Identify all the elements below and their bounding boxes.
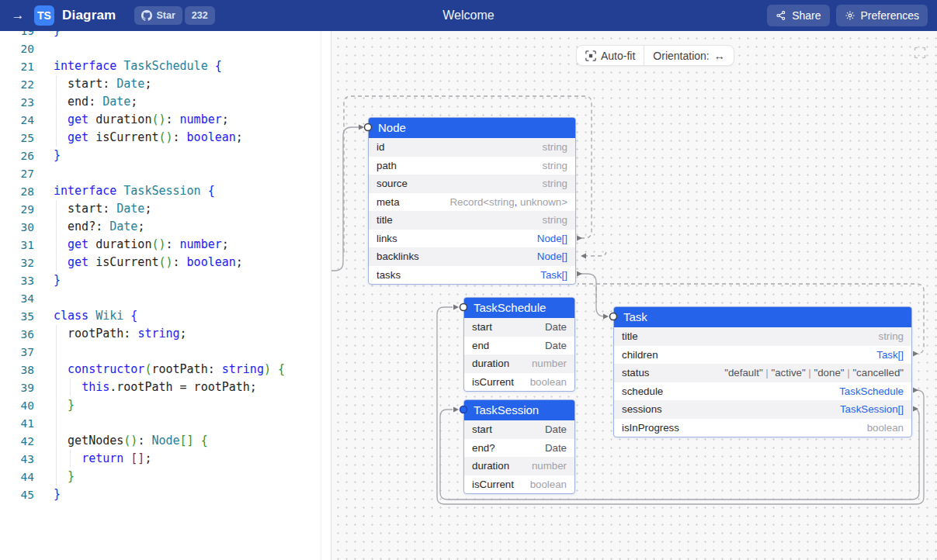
share-label: Share xyxy=(792,9,821,22)
line-number: 37 xyxy=(0,346,34,358)
code-line-31: 31 get duration(): number; xyxy=(0,236,331,254)
arrow-into-tasksession xyxy=(453,407,459,413)
fullscreen-icon xyxy=(914,47,926,59)
entity-header-node: Node xyxy=(369,118,575,138)
field-row-links: linksNode[] xyxy=(369,230,575,248)
field-row-duration: durationnumber xyxy=(464,457,574,475)
collapse-editor-arrow-icon[interactable]: → xyxy=(9,8,26,23)
field-type: string xyxy=(542,160,567,171)
field-row-sessions: sessionsTaskSession[] xyxy=(614,400,911,419)
code-text: get isCurrent(): boolean; xyxy=(54,254,243,271)
indent-guide xyxy=(56,450,57,468)
field-name: duration xyxy=(472,460,509,472)
code-line-20: 20 xyxy=(0,40,331,57)
line-number: 43 xyxy=(0,453,34,465)
code-line-35: 35class Wiki { xyxy=(0,307,331,325)
field-type: Task[] xyxy=(876,349,904,361)
field-name: title xyxy=(622,330,638,342)
code-text: get isCurrent(): boolean; xyxy=(54,129,243,147)
line-number: 20 xyxy=(0,43,34,55)
field-name: source xyxy=(377,178,408,189)
gear-icon xyxy=(845,10,855,21)
entity-tasksession[interactable]: TaskSessionstartDateend?Datedurationnumb… xyxy=(463,399,575,494)
code-text: } xyxy=(54,486,61,503)
field-type: string xyxy=(542,214,567,226)
code-line-30: 30 end?: Date; xyxy=(0,218,331,236)
line-number: 28 xyxy=(0,185,34,198)
code-text: } xyxy=(54,468,75,486)
field-type: Date xyxy=(545,321,567,333)
diagram-canvas[interactable]: Auto-fit Orientation: ↔ xyxy=(331,31,937,560)
indent-guide xyxy=(70,379,71,396)
field-name: schedule xyxy=(622,385,663,397)
line-number: 26 xyxy=(0,150,34,162)
line-number: 35 xyxy=(0,310,34,323)
auto-fit-button[interactable]: Auto-fit xyxy=(577,46,644,65)
field-type: boolean xyxy=(530,479,567,490)
field-name: backlinks xyxy=(377,251,419,262)
line-number: 21 xyxy=(0,60,34,73)
code-line-27: 27 xyxy=(0,164,331,182)
field-row-end: end?Date xyxy=(464,439,574,458)
field-row-start: startDate xyxy=(464,318,574,337)
field-type: boolean xyxy=(867,422,904,434)
github-star-widget[interactable]: Star 232 xyxy=(134,6,214,25)
line-number: 29 xyxy=(0,203,34,216)
entity-node[interactable]: NodeidstringpathstringsourcestringmetaRe… xyxy=(368,117,576,285)
code-text: start: Date; xyxy=(54,75,151,93)
field-name: path xyxy=(377,160,397,171)
code-line-38: 38 constructor(rootPath: string) { xyxy=(0,361,331,379)
line-number: 19 xyxy=(0,31,34,37)
code-text: } xyxy=(54,396,75,414)
arrow-into-taskschedule xyxy=(453,305,459,310)
field-name: title xyxy=(377,214,393,226)
field-row-id: idstring xyxy=(369,138,575,157)
entity-task[interactable]: TasktitlestringchildrenTask[]status"defa… xyxy=(613,306,912,437)
star-count-badge[interactable]: 232 xyxy=(185,6,215,25)
code-text: interface TaskSchedule { xyxy=(54,57,222,75)
field-name: end? xyxy=(472,442,495,454)
indent-guide xyxy=(56,379,57,396)
line-number: 32 xyxy=(0,257,34,269)
field-row-schedule: scheduleTaskSchedule xyxy=(614,382,911,401)
stub-tasks xyxy=(577,271,582,277)
indent-guide xyxy=(56,361,57,379)
field-type: Task[] xyxy=(540,269,567,281)
field-type: string xyxy=(542,178,567,189)
entity-taskschedule[interactable]: TaskSchedulestartDateendDatedurationnumb… xyxy=(463,297,575,392)
github-star-button[interactable]: Star xyxy=(134,6,182,25)
arrow-into-node xyxy=(359,125,364,130)
code-line-29: 29 start: Date; xyxy=(0,200,331,218)
field-type: TaskSchedule xyxy=(839,385,904,397)
field-row-status: status"default" | "active" | "done" | "c… xyxy=(614,364,911,382)
field-row-duration: durationnumber xyxy=(464,354,574,373)
line-number: 41 xyxy=(0,417,34,430)
orientation-button[interactable]: Orientation: ↔ xyxy=(644,46,733,65)
edge-into-node xyxy=(331,127,359,271)
indent-guide xyxy=(56,218,57,236)
edge-node-backlinks-stub xyxy=(584,252,606,256)
code-editor[interactable]: 19}2021interface TaskSchedule {22 start:… xyxy=(0,31,331,560)
orientation-arrows-icon: ↔ xyxy=(714,50,725,62)
line-number: 39 xyxy=(0,382,34,394)
line-number: 31 xyxy=(0,239,34,251)
code-lines: 19}2021interface TaskSchedule {22 start:… xyxy=(0,31,331,503)
code-line-19: 19} xyxy=(0,31,331,40)
indent-guide xyxy=(56,111,57,129)
indent-guide xyxy=(56,254,57,271)
field-row-title: titlestring xyxy=(614,327,911,346)
code-text: start: Date; xyxy=(54,200,151,218)
field-type: string xyxy=(542,141,567,153)
preferences-button[interactable]: Preferences xyxy=(836,5,928,26)
field-row-meta: metaRecord<string, unknown> xyxy=(369,193,575,212)
field-type: Node[] xyxy=(537,233,567,244)
share-button[interactable]: Share xyxy=(767,5,829,26)
field-type: Node[] xyxy=(537,251,567,262)
code-line-22: 22 start: Date; xyxy=(0,75,331,93)
arrow-backlinks xyxy=(581,254,586,259)
field-row-isinprogress: isInProgressboolean xyxy=(614,419,911,437)
field-name: links xyxy=(377,233,397,244)
code-line-34: 34 xyxy=(0,289,331,307)
fullscreen-button[interactable] xyxy=(914,47,926,59)
code-line-42: 42 getNodes(): Node[] { xyxy=(0,432,331,450)
